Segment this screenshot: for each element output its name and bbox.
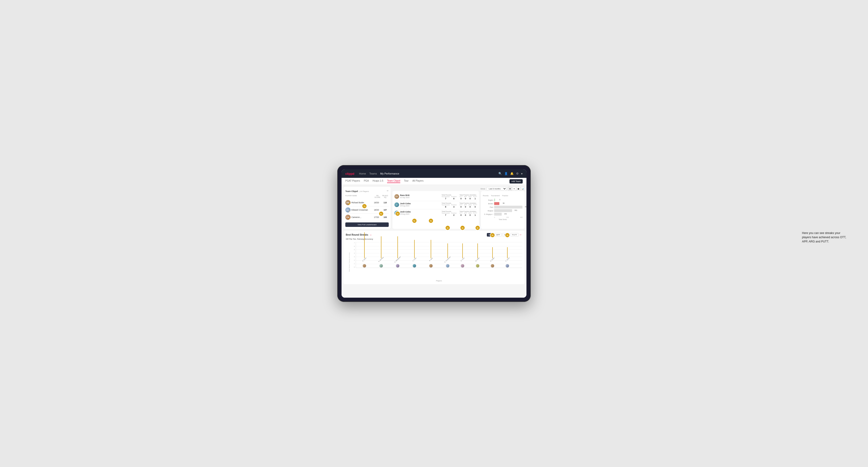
card-stats: Total Rounds Tournament 7 Practice [441,194,477,200]
pb-avg: 103 [382,216,389,218]
chart-x-axis: 0 200 400 [483,217,523,218]
card-stats: Total Rounds Tournament 7 Practice [441,211,477,216]
practice-acts-stat: Total Practice Activities OTT 0 APP [460,194,477,200]
bar-britt: 5x R. Britt [427,240,434,268]
nav-teams[interactable]: Teams [369,172,377,176]
birdies-val: 96 [503,203,504,204]
grid-view-icon[interactable]: ⊞ [508,187,512,191]
player-card[interactable]: JC Josh Coles 26 Aug 2023 Total Rounds [394,210,477,217]
avatar-icon[interactable]: ● [521,172,523,175]
pars-bar-row: Pars 499 [483,206,523,209]
show-filter-row: Show Last 3 months Last 6 months Last 12… [393,187,525,191]
acts-row: OTT 0 APP 0 [460,196,477,200]
card-date: 26 Aug 2023 [400,213,411,215]
filter-putt[interactable]: PUTT [510,233,519,237]
tile-view-icon[interactable]: ▦ [517,187,520,191]
card-date: 02 Sep 2023 [400,197,409,198]
arg-col: ARG 0 [468,196,472,200]
bogeys-bar-row: Bogeys 311 [483,209,523,212]
pars-bar: 499 [494,206,522,209]
filter-app[interactable]: APP [495,233,502,237]
edit-icon[interactable]: ✏ [387,190,389,192]
chart-legend: Rounds Tournament Practice [483,193,523,197]
add-team-button[interactable]: Add Team [509,179,523,184]
streak-chart-container: Best Streak, Fairway Accuracy 7 6 5 4 3 … [348,242,522,282]
tab-all-players[interactable]: All Players [412,180,423,183]
tab-tour[interactable]: Tour [404,180,408,183]
streak-chart-area: 7x E. Ebert 6x [356,242,522,282]
bar-chart-panel: Rounds Tournament Practice Eagles 3 [481,191,525,229]
eagles-bar-row: Eagles 3 [483,198,523,201]
pb-score: 18/20 [372,209,381,211]
putt-val: 1 [473,197,477,200]
tab-pga[interactable]: PGA [364,180,369,183]
card-name: Rees Britt [400,194,409,196]
tab-pgat-players[interactable]: PGAT Players [345,180,360,183]
streak-line-butler [492,247,493,258]
player-card[interactable]: RB Rees Britt 02 Sep 2023 Total Rounds [394,193,477,201]
annotation-text: Here you can see streaks your players ha… [802,231,849,244]
player-photo-quick [505,264,509,268]
y-tick-2: 2 [354,259,355,261]
tab-team-clippd[interactable]: Team Clippd [387,180,400,183]
pb-avg: 107 [382,209,389,211]
bar-billingham: 6x D. Billingham [394,236,401,268]
card-details: Josh Coles 26 Aug 2023 [400,203,411,207]
rounds-row: Tournament 7 Practice 6 [441,196,457,200]
tournament-val: 7 [441,197,450,200]
avatar: EC 2 [345,207,350,213]
bell-icon[interactable]: 🔔 [510,172,514,175]
streak-bubble-quick: 3x [505,232,510,238]
view-icons: ⊞ ≡ ▦ 📊 [508,187,525,191]
streak-bubble-crossman: 4x [445,225,450,230]
bar-miller: 4x M. Miller [474,243,481,268]
rank-badge: 2 [348,210,350,213]
player-photo-ford [461,264,464,268]
tournament-col: Tournament 8 [441,204,450,208]
tablet-screen: clippd Home Teams My Performance 🔍 👤 🔔 ⚙… [342,169,526,298]
tab-hcaps[interactable]: Hcaps 1-5 [373,180,383,183]
show-select[interactable]: Last 3 months Last 6 months Last 12 mont… [487,187,507,191]
practice-val: 6 [451,197,456,200]
streak-line-quick [507,247,507,258]
bogeys-bar-wrap: 311 [494,209,523,212]
nav-my-performance[interactable]: My Performance [380,172,399,176]
pb-avg: 110 [382,201,389,204]
practice-acts-label: Total Practice Activities [460,194,477,196]
team-title: Team Clippd [345,190,358,192]
rounds-stat: Total Rounds Tournament 7 Practice [441,211,457,216]
streak-line-ebert [364,232,365,258]
team-count: | 14 Players [359,190,369,192]
top-section: Team Clippd | 14 Players ✏ PLAYER NAME P… [343,187,525,229]
rank-badge: 1 [348,203,350,205]
card-info: JC Josh Coles 26 Aug 2023 [394,203,440,208]
search-icon[interactable]: 🔍 [498,172,502,175]
view-full-leaderboard-button[interactable]: View Full Leaderboard [345,222,389,227]
bar-ford: 4x D. Ford [459,243,466,268]
nav-home[interactable]: Home [359,172,366,176]
bar-crossman: 4x E. Crossman [444,243,451,268]
dbogeys-bar-wrap: 131 [494,213,523,216]
col-player-header: PLAYER NAME [345,195,373,198]
arg-val: 0 [468,197,472,200]
player-card[interactable]: JC Josh Coles 26 Aug 2023 Total Rounds [394,201,477,210]
list-view-icon[interactable]: ≡ [512,187,516,191]
birdies-bar-wrap: 96 [494,202,523,205]
streak-bubble-miller: 4x [475,225,480,230]
sub-nav: PGAT Players PGA Hcaps 1-5 Team Clippd T… [342,178,526,185]
card-avatar: RB [394,194,399,199]
chart-view-icon[interactable]: 📊 [521,187,525,191]
card-info: JC Josh Coles 26 Aug 2023 [394,211,440,216]
rounds-row: Tournament 8 Practice 4 [441,204,457,208]
col-headers: PLAYER NAME PB SCORE PB AVG SQ [345,194,389,198]
y-tick-1: 1 [354,263,355,264]
nav-links: Home Teams My Performance [359,172,498,176]
person-icon[interactable]: 👤 [504,172,508,175]
ott-val: 0 [460,197,463,200]
practice-sub: Practice [451,196,456,197]
settings-icon[interactable]: ⚙ [516,172,519,175]
card-stats: Total Rounds Tournament 8 Practice [441,203,477,208]
col-avg-header: PB AVG SQ [382,195,389,198]
player-row[interactable]: RB 1 Richard Butler 19/20 110 [345,199,389,206]
app-col: APP 0 [464,196,467,200]
